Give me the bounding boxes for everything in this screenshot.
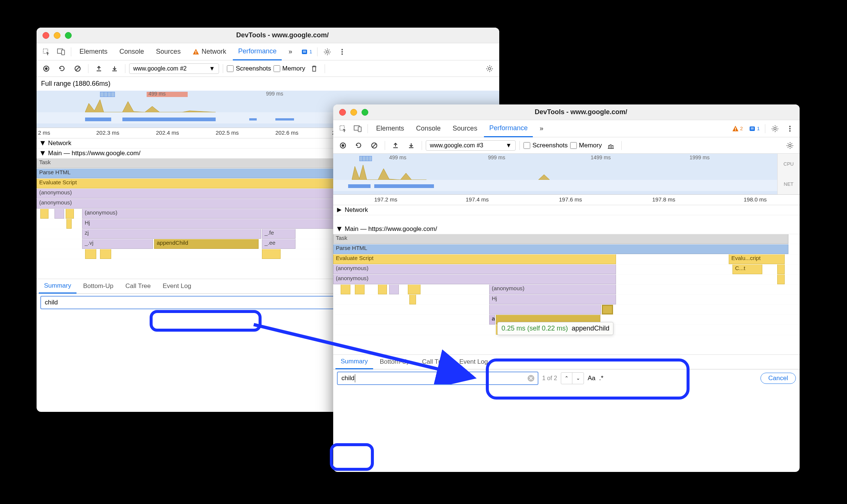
flame-evaluate-script-2[interactable]: Evalu...cript: [729, 254, 785, 264]
search-input[interactable]: child: [337, 372, 538, 385]
record-button[interactable]: [40, 62, 53, 75]
network-section[interactable]: ▼Network: [333, 205, 800, 215]
svg-rect-2: [62, 50, 65, 55]
recording-selector[interactable]: www.google.com #2 ▼: [129, 63, 219, 74]
reload-record-button[interactable]: [352, 139, 365, 152]
recording-selector[interactable]: www.google.com #3 ▼: [426, 140, 516, 151]
flame-anonymous[interactable]: (anonymous): [333, 275, 616, 284]
tab-sources[interactable]: Sources: [447, 120, 482, 137]
device-toggle-icon[interactable]: [351, 122, 365, 135]
flame-anonymous[interactable]: (anonymous): [489, 285, 616, 294]
issues-badge[interactable]: 1: [299, 48, 314, 55]
tab-event-log[interactable]: Event Log: [454, 354, 493, 369]
flame-ee[interactable]: _.ee: [262, 239, 296, 249]
flame-vj[interactable]: _.vj: [82, 239, 153, 249]
clear-icon[interactable]: [527, 375, 535, 382]
flame-task[interactable]: Task: [333, 234, 788, 244]
flame-hj[interactable]: Hj: [82, 219, 343, 229]
close-window-button[interactable]: [339, 109, 346, 116]
close-window-button[interactable]: [43, 32, 49, 39]
maximize-window-button[interactable]: [362, 109, 368, 116]
inspect-icon[interactable]: [336, 122, 350, 135]
tab-call-tree[interactable]: Call Tree: [120, 279, 156, 294]
device-toggle-icon[interactable]: [54, 45, 68, 59]
svg-rect-24: [751, 128, 754, 128]
issues-badge[interactable]: 1: [747, 125, 762, 132]
tab-network[interactable]: Network: [187, 43, 231, 60]
tab-elements[interactable]: Elements: [371, 120, 409, 137]
kebab-menu-icon[interactable]: [783, 122, 797, 135]
settings-gear-icon[interactable]: [483, 62, 496, 75]
svg-rect-7: [303, 52, 306, 53]
tab-bottom-up[interactable]: Bottom-Up: [78, 279, 119, 294]
tab-more[interactable]: »: [283, 43, 297, 60]
full-range-label: Full range (1880.66ms): [37, 77, 499, 91]
svg-point-9: [341, 49, 343, 50]
flame-appendchild[interactable]: appendChild: [154, 239, 259, 249]
tab-event-log[interactable]: Event Log: [157, 279, 197, 294]
settings-gear-icon[interactable]: [783, 139, 797, 152]
download-icon[interactable]: [404, 139, 418, 152]
flame-a[interactable]: a: [489, 315, 495, 325]
flame-anonymous[interactable]: (anonymous): [82, 209, 343, 219]
upload-icon[interactable]: [92, 62, 106, 75]
flame-ct[interactable]: C...t: [732, 264, 762, 274]
flame-fe[interactable]: _.fe: [262, 229, 296, 239]
screenshots-checkbox[interactable]: Screenshots: [227, 65, 271, 72]
collect-garbage-icon[interactable]: [604, 139, 618, 152]
main-section[interactable]: ▼Main — https://www.google.com/: [333, 224, 800, 234]
screenshots-checkbox[interactable]: Screenshots: [523, 142, 568, 149]
flame-parse-html[interactable]: Parse HTML: [333, 244, 788, 254]
tab-summary[interactable]: Summary: [335, 354, 373, 369]
search-next-icon[interactable]: ⌄: [572, 373, 584, 384]
svg-point-28: [789, 128, 791, 129]
tab-call-tree[interactable]: Call Tree: [417, 354, 453, 369]
tab-bottom-up[interactable]: Bottom-Up: [375, 354, 415, 369]
titlebar: DevTools - www.google.com/: [333, 104, 800, 120]
svg-rect-22: [735, 130, 736, 131]
record-button[interactable]: [336, 139, 350, 152]
tab-more[interactable]: »: [534, 120, 548, 137]
tab-console[interactable]: Console: [114, 43, 149, 60]
issues-icon: [749, 125, 756, 132]
tab-summary[interactable]: Summary: [39, 279, 76, 294]
minimize-window-button[interactable]: [350, 109, 357, 116]
maximize-window-button[interactable]: [65, 32, 72, 39]
svg-point-11: [341, 53, 343, 55]
cancel-button[interactable]: Cancel: [760, 373, 796, 384]
reload-record-button[interactable]: [55, 62, 69, 75]
warnings-badge[interactable]: 2: [730, 125, 745, 132]
search-prev-icon[interactable]: ⌃: [561, 373, 572, 384]
flame-chart[interactable]: Task Parse HTML Evaluate Script Evalu...…: [333, 234, 800, 335]
tab-performance[interactable]: Performance: [233, 43, 282, 60]
time-ruler[interactable]: 197.2 ms 197.4 ms 197.6 ms 197.8 ms 198.…: [333, 195, 800, 205]
minimize-window-button[interactable]: [54, 32, 60, 39]
svg-rect-20: [358, 127, 361, 132]
svg-point-10: [341, 51, 343, 53]
warning-icon: [732, 125, 739, 132]
tab-performance[interactable]: Performance: [484, 120, 533, 137]
delete-icon[interactable]: [307, 62, 321, 75]
flame-evaluate-script[interactable]: Evaluate Script: [333, 254, 616, 264]
upload-icon[interactable]: [389, 139, 402, 152]
tab-console[interactable]: Console: [411, 120, 446, 137]
flame-zj[interactable]: zj: [82, 229, 261, 239]
clear-button[interactable]: [71, 62, 84, 75]
memory-checkbox[interactable]: Memory: [570, 142, 602, 149]
svg-point-34: [789, 144, 791, 147]
inspect-icon[interactable]: [40, 45, 53, 59]
flame-anonymous[interactable]: (anonymous): [333, 264, 616, 274]
match-case-toggle[interactable]: Aa: [588, 375, 596, 382]
settings-icon[interactable]: [768, 122, 782, 135]
regex-toggle[interactable]: .*: [599, 375, 603, 382]
tab-elements[interactable]: Elements: [74, 43, 113, 60]
download-icon[interactable]: [108, 62, 121, 75]
dropdown-icon: ▼: [209, 65, 215, 72]
minimap-overview[interactable]: 499 ms 999 ms 1499 ms 1999 ms CPU NET: [333, 154, 800, 195]
settings-icon[interactable]: [321, 45, 334, 59]
flame-hj[interactable]: Hj: [489, 295, 616, 304]
memory-checkbox[interactable]: Memory: [274, 65, 305, 72]
clear-button[interactable]: [368, 139, 381, 152]
kebab-menu-icon[interactable]: [335, 45, 349, 59]
tab-sources[interactable]: Sources: [151, 43, 186, 60]
